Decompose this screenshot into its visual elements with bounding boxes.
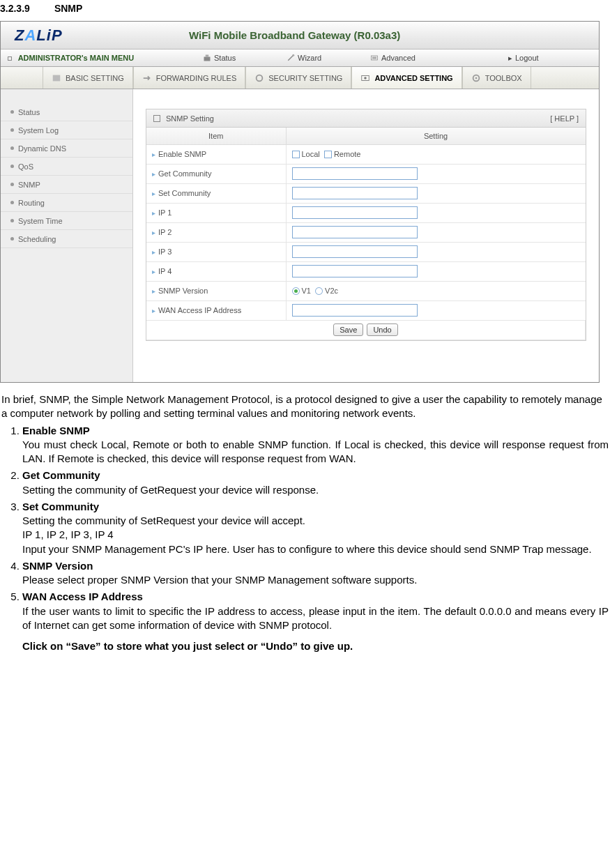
- tab-security-setting[interactable]: SECURITY SETTING: [245, 67, 351, 89]
- panel-title: SNMP Setting: [166, 114, 214, 123]
- tab-advanced-setting[interactable]: ADVANCED SETTING: [351, 67, 462, 89]
- topnav-wizard[interactable]: Wizard: [287, 54, 370, 62]
- router-title: WiFi Mobile Broadband Gateway (R0.03a3): [119, 29, 599, 41]
- main-menu-label: ADMINISTRATOR's MAIN MENU: [8, 54, 203, 62]
- col-setting: Setting: [286, 128, 586, 144]
- router-body: Status System Log Dynamic DNS QoS SNMP R…: [1, 89, 599, 382]
- top-nav: ADMINISTRATOR's MAIN MENU Status Wizard …: [1, 50, 599, 67]
- tab-basic-setting[interactable]: BASIC SETTING: [43, 67, 133, 89]
- section-number: 3.2.3.9: [0, 3, 52, 14]
- col-item: Item: [146, 128, 286, 144]
- toolbox-icon: [471, 73, 481, 83]
- svg-rect-5: [53, 75, 61, 81]
- wizard-icon: [287, 54, 295, 62]
- dot-icon: [10, 110, 14, 114]
- svg-rect-4: [372, 57, 376, 59]
- get-community-input[interactable]: [292, 167, 418, 180]
- sidebar-item-routing[interactable]: Routing: [1, 194, 132, 212]
- ip4-input[interactable]: [292, 265, 418, 277]
- checkbox-local[interactable]: [292, 151, 300, 158]
- row-wan-access-ip: ▸WAN Access IP Address: [146, 300, 586, 320]
- row-enable-snmp: ▸Enable SNMP Local Remote: [146, 144, 586, 164]
- svg-point-2: [292, 54, 294, 56]
- wan-access-ip-input[interactable]: [292, 304, 418, 317]
- row-get-community: ▸Get Community: [146, 164, 586, 183]
- security-icon: [254, 73, 264, 83]
- radio-v2c[interactable]: [315, 287, 323, 295]
- sidebar-item-system-log[interactable]: System Log: [1, 121, 132, 139]
- chevron-right-icon: ▸: [152, 170, 155, 178]
- chevron-right-icon: ▸: [508, 54, 512, 63]
- svg-point-8: [365, 77, 367, 79]
- sidebar-item-snmp[interactable]: SNMP: [1, 176, 132, 194]
- ip3-input[interactable]: [292, 245, 418, 258]
- panel-header: SNMP Setting [ HELP ]: [146, 109, 586, 128]
- advanced-icon: [370, 54, 379, 62]
- section-heading: 3.2.3.9 SNMP: [0, 0, 610, 21]
- topnav-logout[interactable]: ▸ Logout: [508, 54, 592, 63]
- set-community-input[interactable]: [292, 187, 418, 199]
- ip1-input[interactable]: [292, 206, 418, 219]
- topnav-status[interactable]: Status: [203, 54, 287, 62]
- list-item: Enable SNMP You must check Local, Remote…: [22, 424, 609, 466]
- list-item: SNMP Version Please select proper SNMP V…: [22, 559, 609, 588]
- radio-v1[interactable]: [292, 287, 300, 295]
- dot-icon: [10, 128, 14, 132]
- row-set-community: ▸Set Community: [146, 183, 586, 203]
- intro-paragraph: In brief, SNMP, the Simple Network Manag…: [1, 393, 609, 421]
- chevron-right-icon: ▸: [152, 268, 155, 275]
- dot-icon: [10, 165, 14, 168]
- chevron-right-icon: ▸: [152, 248, 155, 256]
- settings-table: Item Setting ▸Enable SNMP Local Remote ▸…: [146, 128, 586, 340]
- table-header-row: Item Setting: [146, 128, 586, 144]
- content-area: SNMP Setting [ HELP ] Item Setting ▸Enab…: [133, 89, 599, 382]
- save-button[interactable]: Save: [333, 323, 363, 336]
- list-item: Set Community Setting the community of S…: [22, 500, 609, 556]
- svg-point-6: [257, 75, 263, 81]
- list-item: Get Community Setting the community of G…: [22, 469, 609, 497]
- doc-list: Enable SNMP You must check Local, Remote…: [22, 424, 609, 633]
- chevron-right-icon: ▸: [152, 307, 155, 314]
- status-icon: [203, 54, 211, 62]
- dot-icon: [10, 183, 14, 186]
- row-buttons: Save Undo: [146, 320, 586, 340]
- sidebar-item-status[interactable]: Status: [1, 103, 132, 121]
- svg-rect-1: [206, 55, 209, 57]
- router-ui: ZALiP WiFi Mobile Broadband Gateway (R0.…: [0, 21, 600, 383]
- sidebar-item-system-time[interactable]: System Time: [1, 212, 132, 230]
- doc-body: In brief, SNMP, the Simple Network Manag…: [0, 393, 610, 660]
- undo-button[interactable]: Undo: [367, 323, 397, 336]
- row-ip4: ▸IP 4: [146, 261, 586, 281]
- chevron-right-icon: ▸: [152, 190, 155, 197]
- sidebar-item-scheduling[interactable]: Scheduling: [1, 230, 132, 248]
- dot-icon: [10, 237, 14, 241]
- sidebar: Status System Log Dynamic DNS QoS SNMP R…: [1, 89, 133, 382]
- basic-setting-icon: [52, 73, 61, 83]
- tab-toolbox[interactable]: TOOLBOX: [462, 67, 531, 89]
- row-ip1: ▸IP 1: [146, 203, 586, 222]
- help-link[interactable]: [ HELP ]: [550, 114, 579, 123]
- sidebar-item-dynamic-dns[interactable]: Dynamic DNS: [1, 139, 132, 158]
- snmp-panel: SNMP Setting [ HELP ] Item Setting ▸Enab…: [146, 109, 586, 341]
- row-snmp-version: ▸SNMP Version V1 V2c: [146, 281, 586, 300]
- section-title: SNMP: [54, 3, 82, 14]
- list-item: WAN Access IP Address If the user wants …: [22, 590, 609, 632]
- router-header: ZALiP WiFi Mobile Broadband Gateway (R0.…: [1, 22, 599, 50]
- panel-icon: [153, 115, 160, 122]
- final-instruction: Click on “Save” to store what you just s…: [22, 639, 609, 653]
- ip2-input[interactable]: [292, 226, 418, 238]
- chevron-right-icon: ▸: [152, 209, 155, 217]
- brand-logo: ZALiP: [1, 26, 119, 45]
- row-ip3: ▸IP 3: [146, 242, 586, 261]
- forwarding-icon: [142, 73, 152, 83]
- sidebar-item-qos[interactable]: QoS: [1, 158, 132, 176]
- checkbox-remote[interactable]: [324, 151, 332, 158]
- topnav-advanced[interactable]: Advanced: [370, 54, 454, 62]
- chevron-right-icon: ▸: [152, 287, 155, 295]
- chevron-right-icon: ▸: [152, 229, 155, 236]
- svg-point-10: [475, 77, 477, 79]
- tab-forwarding-rules[interactable]: FORWARDING RULES: [133, 67, 246, 89]
- svg-rect-0: [204, 57, 211, 61]
- tab-bar: BASIC SETTING FORWARDING RULES SECURITY …: [1, 67, 599, 89]
- dot-icon: [10, 219, 14, 222]
